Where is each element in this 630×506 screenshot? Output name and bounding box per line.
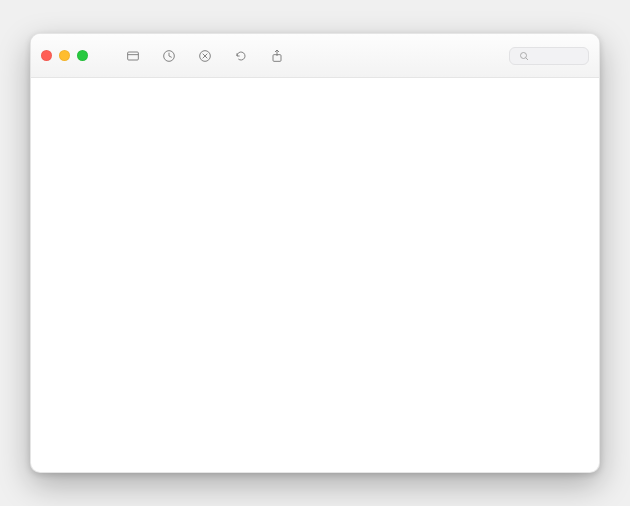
search-icon — [518, 50, 530, 62]
traffic-lights — [41, 50, 92, 61]
share-icon — [268, 48, 286, 64]
maximize-button[interactable] — [77, 50, 88, 61]
search-field[interactable] — [509, 47, 589, 65]
svg-rect-0 — [128, 52, 139, 60]
svg-point-10 — [521, 52, 527, 58]
minimize-button[interactable] — [59, 50, 70, 61]
toolbar-reload[interactable] — [232, 48, 250, 64]
log-body[interactable] — [31, 78, 599, 472]
close-button[interactable] — [41, 50, 52, 61]
svg-line-11 — [526, 57, 528, 59]
view-icon — [124, 48, 142, 64]
toolbar-share[interactable] — [268, 48, 286, 64]
reload-icon — [232, 48, 250, 64]
toolbar-newest[interactable] — [160, 48, 178, 64]
clear-icon — [196, 48, 214, 64]
toolbar-view[interactable] — [124, 48, 142, 64]
app-window — [30, 33, 600, 473]
clock-icon — [160, 48, 178, 64]
toolbar-clear[interactable] — [196, 48, 214, 64]
svg-line-4 — [169, 56, 172, 57]
titlebar — [31, 34, 599, 78]
toolbar — [120, 48, 286, 64]
